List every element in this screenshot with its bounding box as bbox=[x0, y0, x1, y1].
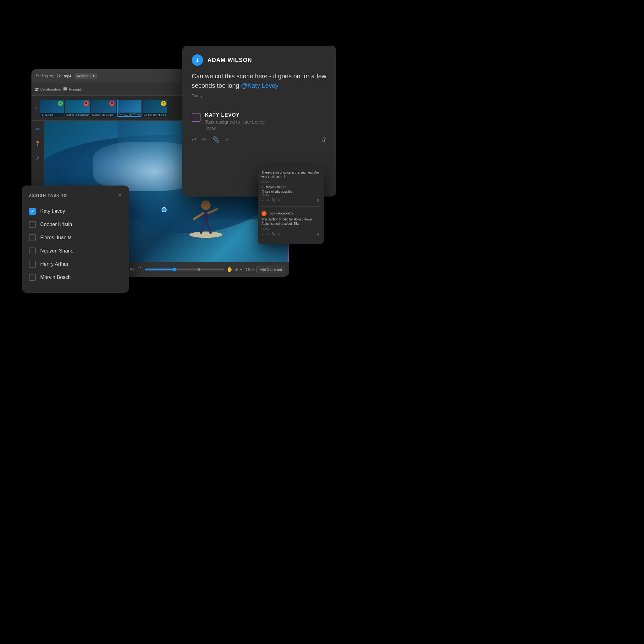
trash-icon[interactable]: 🗑 bbox=[321, 136, 327, 143]
thumbnail-5[interactable]: ! Surfing_clip 71.mp4 bbox=[143, 100, 167, 117]
small-comments-panel: There's a lot of noise in this segment. … bbox=[258, 167, 324, 244]
assign-item-0[interactable]: Katy Levoy bbox=[29, 205, 122, 218]
thumbnail-2[interactable]: ✕ Surfing_clip588.mp4 bbox=[65, 100, 90, 117]
small-edit-icon-2[interactable]: ✏ bbox=[267, 232, 269, 236]
fullscreen-button[interactable]: ⛶ bbox=[137, 267, 142, 272]
reply-icon[interactable]: ↩ bbox=[192, 136, 196, 143]
assign-item-5[interactable]: Marvin Bosch bbox=[29, 271, 122, 284]
svg-line-7 bbox=[208, 209, 217, 213]
zoom-level: 45% bbox=[244, 267, 250, 271]
thumbnail-4-active[interactable]: Surfing_clip 721.mp4 bbox=[117, 100, 141, 117]
assign-name-4: Henry Arthur bbox=[40, 261, 69, 267]
timeline-playhead[interactable] bbox=[173, 267, 176, 271]
assign-panel-title: ASSIGN TASK TO bbox=[29, 193, 67, 198]
svg-line-8 bbox=[201, 223, 204, 233]
thumb-badge-3: ✕ bbox=[109, 101, 114, 106]
assign-panel-close[interactable]: ✕ bbox=[118, 192, 122, 198]
svg-point-0 bbox=[36, 87, 37, 89]
svg-rect-2 bbox=[63, 87, 67, 90]
thumb-badge-5: ! bbox=[161, 101, 166, 106]
zoom-controls: + − 45% + bbox=[235, 267, 254, 272]
assign-panel-header: ASSIGN TASK TO ✕ bbox=[29, 192, 122, 198]
small-reply-time-1: Today bbox=[261, 193, 320, 196]
assign-name-1: Cooper Kristin bbox=[40, 222, 72, 227]
assign-name-3: Nguyen Shane bbox=[40, 248, 74, 254]
task-checkbox[interactable] bbox=[192, 113, 201, 122]
small-comment-time-1: Today bbox=[261, 180, 320, 184]
timeline-scrubber[interactable] bbox=[145, 268, 224, 270]
small-user-name-2: JOHN RICHARDS bbox=[270, 212, 293, 215]
assign-item-3[interactable]: Nguyen Shane bbox=[29, 244, 122, 257]
small-actions-2: ↩ ✏ 📎 ⊞ 🗑 bbox=[261, 232, 320, 236]
comment-mention[interactable]: @Katy Levoy bbox=[241, 82, 278, 89]
attach-icon[interactable]: 📎 bbox=[212, 136, 219, 143]
comment-user-row: 1 ADAM WILSON bbox=[192, 54, 327, 66]
small-reply-icon-2[interactable]: ↩ bbox=[261, 232, 264, 236]
timeline-progress bbox=[145, 268, 173, 270]
assign-task-panel: ASSIGN TASK TO ✕ Katy Levoy Cooper Krist… bbox=[22, 185, 129, 293]
small-actions-1: ↩ ✏ 📎 ⊞ 🗑 bbox=[261, 198, 320, 202]
collaborators-button[interactable]: Collaborators bbox=[35, 87, 61, 91]
small-grid-icon-2[interactable]: ⊞ bbox=[278, 232, 280, 236]
assign-checkbox-1[interactable] bbox=[29, 221, 36, 228]
pencil-tool[interactable]: ✏ bbox=[33, 124, 42, 133]
reply-arrow-1: ↳ bbox=[261, 185, 264, 189]
small-comment-text-1: There's a lot of noise in this segment. … bbox=[261, 170, 320, 179]
small-comment-text-2: This section should be slowed down. Adju… bbox=[261, 217, 320, 226]
svg-point-4 bbox=[201, 200, 211, 210]
assign-checkbox-0[interactable] bbox=[29, 208, 36, 215]
assign-name-2: Flores Juanita bbox=[40, 235, 72, 240]
task-row: KATY LEVOY Task assigned to Katy Levoy T… bbox=[192, 112, 327, 130]
video-title: Surfing_clip 721.mp4 bbox=[36, 74, 71, 78]
assign-item-1[interactable]: Cooper Kristin bbox=[29, 218, 122, 231]
present-button[interactable]: Present bbox=[63, 87, 81, 91]
assign-checkbox-3[interactable] bbox=[29, 247, 36, 254]
comment-text: Can we cut this scene here - it goes on … bbox=[192, 71, 327, 90]
assign-checkbox-5[interactable] bbox=[29, 274, 36, 281]
svg-point-1 bbox=[37, 88, 38, 89]
filmstrip-prev[interactable]: ‹ bbox=[34, 105, 38, 111]
move-tool[interactable]: ↗ bbox=[33, 153, 42, 162]
assign-name-5: Marvin Bosch bbox=[40, 274, 71, 280]
zoom-in-button[interactable]: + bbox=[235, 267, 238, 272]
task-user-name: KATY LEVOY bbox=[205, 112, 265, 118]
small-grid-icon-1[interactable]: ⊞ bbox=[278, 198, 280, 202]
edit-icon[interactable]: ✏ bbox=[202, 136, 207, 143]
zoom-out-button[interactable]: − bbox=[239, 267, 242, 272]
thumb-badge-2: ✕ bbox=[84, 101, 89, 106]
small-trash-icon-2[interactable]: 🗑 bbox=[317, 232, 320, 236]
check-icon[interactable]: ✓ bbox=[225, 136, 230, 143]
small-attach-icon-2[interactable]: 📎 bbox=[272, 232, 275, 236]
comment-divider bbox=[192, 105, 327, 105]
svg-point-3 bbox=[190, 231, 223, 238]
small-attach-icon-1[interactable]: 📎 bbox=[272, 198, 275, 202]
task-description: Task assigned to Katy Levoy bbox=[205, 119, 265, 124]
small-reply-text-1: I'll see what's possible. bbox=[261, 190, 320, 193]
timeline-marker bbox=[198, 268, 200, 271]
task-time: Today bbox=[205, 126, 265, 130]
assign-checkbox-2[interactable] bbox=[29, 234, 36, 241]
reply-user-1: MANDY SELKE bbox=[266, 185, 286, 189]
user-avatar-adam: 1 bbox=[192, 54, 203, 66]
small-comment-1: There's a lot of noise in this segment. … bbox=[261, 170, 320, 206]
pin-tool[interactable]: 📍 bbox=[33, 139, 42, 148]
small-reply-icon-1[interactable]: ↩ bbox=[261, 198, 264, 202]
version-badge[interactable]: Version 2 ▾ bbox=[74, 73, 97, 79]
comment-user-name: ADAM WILSON bbox=[207, 57, 252, 63]
svg-line-9 bbox=[207, 223, 211, 233]
assign-item-4[interactable]: Henry Arthur bbox=[29, 257, 122, 271]
thumbnail-1[interactable]: ✓ _1_s2.mp4 bbox=[40, 100, 64, 117]
small-comment-time-2: Today bbox=[261, 227, 320, 230]
small-trash-icon-1[interactable]: 🗑 bbox=[317, 198, 320, 202]
assign-item-2[interactable]: Flores Juanita bbox=[29, 231, 122, 244]
thumbnail-3[interactable]: ✕ Surfing_clip 71.mp4 bbox=[91, 100, 116, 117]
comment-time: Today bbox=[192, 93, 327, 98]
thumb-badge-1: ✓ bbox=[58, 101, 63, 106]
add-comment-button[interactable]: Add Comment bbox=[256, 266, 285, 273]
small-edit-icon-1[interactable]: ✏ bbox=[267, 198, 269, 202]
hand-tool[interactable]: ✋ bbox=[227, 266, 233, 272]
assign-checkbox-4[interactable] bbox=[29, 261, 36, 267]
comment-actions: ↩ ✏ 📎 ✓ 🗑 bbox=[192, 136, 327, 143]
small-comment-2: 3 JOHN RICHARDS This section should be s… bbox=[261, 211, 320, 240]
small-comment-header-2: 3 JOHN RICHARDS bbox=[261, 211, 320, 216]
